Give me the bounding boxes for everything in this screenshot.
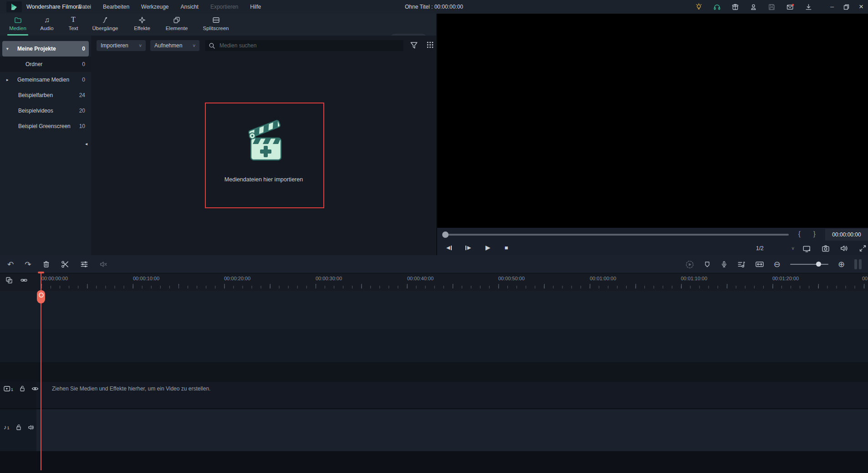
timeline-empty-band-upper[interactable] <box>0 291 868 329</box>
adjust-sliders-icon[interactable] <box>80 260 88 268</box>
gift-icon[interactable] <box>731 3 739 11</box>
restore-button[interactable] <box>843 4 849 10</box>
search-input[interactable] <box>219 42 400 49</box>
tab-effekte[interactable]: Effekte <box>123 15 161 36</box>
playhead-handle[interactable] <box>37 290 45 303</box>
account-icon[interactable] <box>750 3 757 11</box>
item-count: 0 <box>82 61 85 67</box>
support-headset-icon[interactable] <box>713 3 721 11</box>
media-search[interactable] <box>205 40 403 51</box>
timeline-empty-band-lower[interactable] <box>0 329 868 362</box>
fullscreen-icon[interactable] <box>859 245 867 252</box>
snap-link-icon[interactable] <box>20 277 28 284</box>
filmora-logo-icon <box>10 3 18 11</box>
ruler-label: 00:00:30:00 <box>316 276 342 281</box>
menu-ansicht[interactable]: Ansicht <box>181 4 199 10</box>
audio-mixer-icon[interactable] <box>737 260 745 268</box>
minimize-button[interactable]: ─ <box>830 4 834 10</box>
sidebar-item-meine-projekte[interactable]: ▾ Meine Projekte 0 <box>2 41 89 57</box>
split-scissors-icon[interactable] <box>61 260 69 268</box>
marker-icon[interactable] <box>704 261 711 268</box>
close-button[interactable]: × <box>859 2 863 11</box>
elements-icon <box>173 15 180 24</box>
import-dropdown[interactable]: Importieren ˅ <box>97 40 146 51</box>
preview-scrub-track[interactable] <box>443 234 789 236</box>
timeline-toolbar: ↶ ↷ <box>0 255 868 273</box>
filter-funnel-icon[interactable] <box>410 41 418 50</box>
record-label: Aufnehmen <box>154 42 182 49</box>
grid-view-icon[interactable] <box>426 41 434 49</box>
tab-splitscreen[interactable]: Splitscreen <box>197 15 235 36</box>
chevron-down-icon: ˅ <box>193 43 195 48</box>
lock-icon[interactable] <box>19 385 26 392</box>
sidebar-item-beispielvideos[interactable]: Beispielvideos 20 <box>0 103 91 118</box>
menu-datei[interactable]: Datei <box>78 4 91 10</box>
download-icon[interactable] <box>805 3 812 11</box>
tab-label: Elemente <box>166 26 188 31</box>
sidebar-collapse-icon[interactable]: ◂ <box>85 141 87 146</box>
menu-bearbeiten[interactable]: Bearbeiten <box>103 4 129 10</box>
fit-timeline-icon[interactable] <box>755 260 764 268</box>
tab-label: Splitscreen <box>203 26 229 31</box>
timeline-zoom-slider[interactable] <box>790 264 828 265</box>
titlebar-icon-group <box>695 0 812 14</box>
expand-down-icon[interactable]: ▾ <box>6 46 9 51</box>
tab-label: Medien <box>9 26 26 31</box>
voiceover-mic-icon[interactable] <box>720 260 728 268</box>
chevron-down-icon: ˅ <box>791 246 794 251</box>
timeline-ruler[interactable]: 00:00:00:00 00:00:10:00 00:00:20:00 00:0… <box>0 273 868 291</box>
delete-trash-icon[interactable] <box>42 260 50 268</box>
play-on-second-display-icon[interactable] <box>802 245 811 253</box>
mark-out-icon[interactable]: } <box>813 230 816 237</box>
ruler-label: 00:00:00:00 <box>41 276 68 281</box>
tab-label: Effekte <box>134 26 150 31</box>
redo-icon[interactable]: ↷ <box>25 261 31 268</box>
playhead-ring <box>39 293 44 298</box>
dropzone-label: Mediendateien hier importieren <box>205 176 322 183</box>
expand-right-icon[interactable]: ▸ <box>6 77 9 82</box>
splitscreen-icon <box>212 15 220 24</box>
sidebar-item-gemeinsame-medien[interactable]: ▸ Gemeinsame Medien 0 <box>0 72 91 87</box>
sidebar-item-beispiel-greenscreen[interactable]: Beispiel Greenscreen 10 <box>0 118 91 134</box>
ruler-label: 00:00:20:00 <box>224 276 250 281</box>
snapshot-camera-icon[interactable] <box>822 245 830 252</box>
zoom-slider-thumb[interactable] <box>816 262 821 267</box>
panel-handle-icon[interactable] <box>854 259 862 269</box>
playhead-top-tick[interactable] <box>38 272 44 273</box>
stop-button[interactable]: ■ <box>505 244 508 251</box>
search-icon <box>209 42 215 49</box>
preview-scrub-thumb[interactable] <box>442 231 449 238</box>
sidebar-item-ordner[interactable]: Ordner 0 <box>0 57 91 72</box>
effects-sparkle-icon <box>138 15 146 24</box>
item-count: 0 <box>82 77 85 83</box>
timeline-edit-tools: ↶ ↷ <box>7 255 107 273</box>
tab-uebergaenge[interactable]: Übergänge <box>86 15 124 36</box>
audio-track[interactable] <box>0 409 868 451</box>
tab-elemente[interactable]: Elemente <box>158 15 196 36</box>
volume-speaker-icon[interactable] <box>840 244 848 252</box>
sidebar-item-label: Gemeinsame Medien <box>17 77 69 83</box>
eye-visibility-icon[interactable] <box>31 386 39 392</box>
next-frame-button[interactable]: ▶ <box>465 245 471 251</box>
menu-exportieren: Exportieren <box>210 4 238 10</box>
sidebar-item-label: Ordner <box>26 61 42 67</box>
preview-quality-dropdown[interactable]: 1/2 ˅ <box>754 243 796 253</box>
mark-in-icon[interactable]: { <box>798 230 801 237</box>
ruler-label: 00:00:50:00 <box>498 276 525 281</box>
lock-icon[interactable] <box>15 424 22 431</box>
zoom-out-icon[interactable]: ⊖ <box>774 260 781 268</box>
previous-frame-button[interactable]: ◀ <box>446 245 452 251</box>
menu-werkzeuge[interactable]: Werkzeuge <box>141 4 168 10</box>
record-dropdown[interactable]: Aufnehmen ˅ <box>150 40 199 51</box>
sidebar-item-label: Beispiel Greenscreen <box>18 123 71 129</box>
sidebar-item-beispielfarben[interactable]: Beispielfarben 24 <box>0 87 91 103</box>
tips-lightbulb-icon[interactable] <box>695 3 703 11</box>
menu-hilfe[interactable]: Hilfe <box>250 4 261 10</box>
ruler-label: 00:00:40:00 <box>407 276 434 281</box>
zoom-in-icon[interactable]: ⊕ <box>838 260 845 268</box>
feedback-mail-icon[interactable] <box>786 3 794 11</box>
manage-tracks-icon[interactable] <box>5 277 13 284</box>
undo-icon[interactable]: ↶ <box>7 261 14 268</box>
speaker-icon[interactable] <box>28 424 35 431</box>
play-button[interactable]: ▶ <box>485 244 490 251</box>
